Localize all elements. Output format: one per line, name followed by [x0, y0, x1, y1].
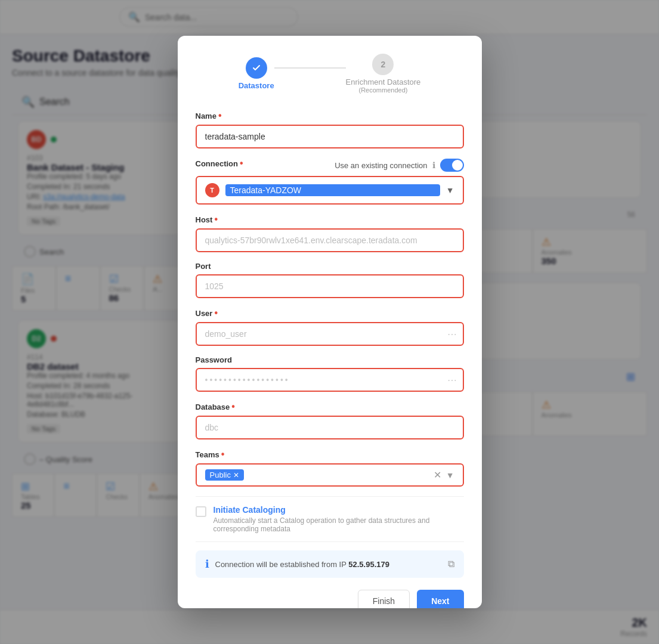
connection-select[interactable]: T Teradata-YADZOW ▼	[196, 176, 464, 205]
use-existing-label: Use an existing connection	[335, 161, 427, 170]
cataloging-checkbox[interactable]	[196, 506, 206, 517]
required-indicator-5: •	[231, 401, 235, 412]
teams-dropdown-arrow-icon[interactable]: ▼	[446, 470, 454, 480]
password-input[interactable]	[196, 368, 464, 392]
name-label: Name •	[196, 110, 464, 121]
info-banner-text: Connection will be established from IP 5…	[215, 560, 442, 569]
stepper: Datastore 2 Enrichment Datastore (Recomm…	[196, 54, 464, 94]
name-field-group: Name •	[196, 110, 464, 148]
public-team-tag: Public ✕	[205, 469, 244, 481]
copy-icon[interactable]: ⧉	[448, 559, 454, 569]
use-existing-toggle[interactable]	[440, 159, 464, 172]
step-1-label: Datastore	[239, 81, 274, 90]
password-field-icon: ⋯	[447, 374, 457, 386]
database-input[interactable]	[196, 416, 464, 439]
database-field-group: Database •	[196, 401, 464, 439]
required-indicator-4: •	[214, 308, 218, 318]
required-indicator-3: •	[214, 214, 218, 225]
user-input[interactable]	[196, 322, 464, 346]
info-banner-icon: ℹ	[205, 558, 209, 571]
step-2-label: Enrichment Datastore	[346, 78, 421, 86]
info-icon[interactable]: ℹ	[432, 160, 435, 170]
host-label: Host •	[196, 214, 464, 225]
info-banner: ℹ Connection will be established from IP…	[196, 550, 464, 578]
host-input[interactable]	[196, 228, 464, 252]
required-indicator: •	[218, 110, 222, 121]
info-ip: 52.5.95.179	[348, 560, 389, 569]
cataloging-content: Initiate Cataloging Automatically start …	[214, 505, 464, 533]
step-2-circle: 2	[372, 54, 394, 75]
step-2: 2 Enrichment Datastore (Recommended)	[346, 54, 421, 94]
use-existing-row: Use an existing connection ℹ	[335, 159, 463, 172]
connection-field-group: Connection • Use an existing connection …	[196, 158, 464, 205]
teams-clear-icon[interactable]: ✕	[434, 469, 441, 481]
teams-field-group: Teams • Public ✕ ✕ ▼	[196, 449, 464, 487]
password-label: Password	[196, 355, 464, 364]
teams-input[interactable]: Public ✕ ✕ ▼	[196, 463, 464, 487]
port-input[interactable]	[196, 274, 464, 298]
dropdown-arrow-icon: ▼	[446, 185, 454, 195]
cataloging-row: Initiate Cataloging Automatically start …	[196, 496, 464, 542]
next-button[interactable]: Next	[417, 590, 463, 608]
password-field-group: Password ⋯	[196, 355, 464, 392]
name-input[interactable]	[196, 125, 464, 148]
connection-label: Connection •	[196, 158, 243, 169]
modal-overlay: Datastore 2 Enrichment Datastore (Recomm…	[0, 0, 659, 644]
teradata-logo: T	[205, 183, 219, 197]
teams-label: Teams •	[196, 449, 464, 460]
port-field-group: Port	[196, 262, 464, 298]
user-field-group: User • ⋯	[196, 308, 464, 346]
user-input-wrapper: ⋯	[196, 322, 464, 346]
host-field-group: Host •	[196, 214, 464, 252]
modal-footer: Finish Next	[196, 590, 464, 608]
datastore-modal: Datastore 2 Enrichment Datastore (Recomm…	[178, 36, 482, 608]
required-indicator-6: •	[221, 449, 225, 460]
step-1-circle	[246, 57, 267, 79]
step-connector	[274, 67, 346, 69]
user-label: User •	[196, 308, 464, 318]
remove-team-tag[interactable]: ✕	[233, 471, 239, 479]
user-field-icon: ⋯	[447, 329, 457, 340]
cataloging-title: Initiate Cataloging	[214, 505, 464, 515]
finish-button[interactable]: Finish	[358, 590, 410, 608]
step-2-sublabel: (Recommended)	[359, 86, 408, 94]
cataloging-description: Automatically start a Catalog operation …	[214, 516, 464, 533]
selected-connection-tag: Teradata-YADZOW	[225, 184, 440, 196]
database-label: Database •	[196, 401, 464, 412]
required-indicator-2: •	[240, 158, 243, 169]
password-input-wrapper: ⋯	[196, 368, 464, 392]
step-1: Datastore	[239, 57, 274, 90]
port-label: Port	[196, 262, 464, 271]
